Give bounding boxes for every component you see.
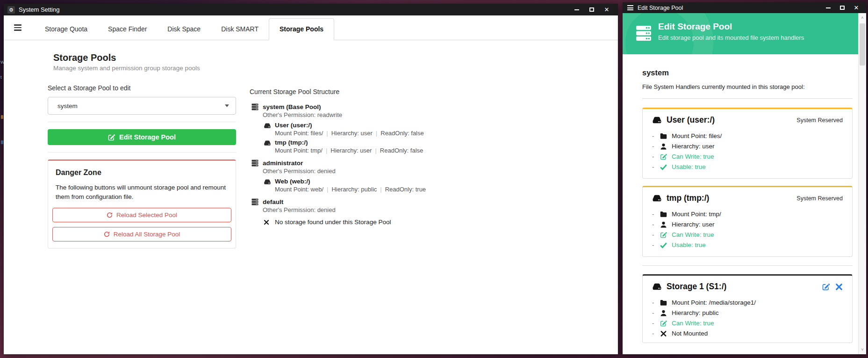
hdd-icon bbox=[652, 194, 662, 202]
pool-permission: Other's Permission: denied bbox=[263, 167, 539, 175]
tab-storage-quota[interactable]: Storage Quota bbox=[35, 19, 98, 40]
pool-name: system bbox=[642, 68, 853, 77]
dialog-title: Edit Storage Pool bbox=[658, 22, 732, 32]
handler-property-row: - Usable: true bbox=[652, 163, 843, 170]
handler-property-row: - Hierarchy: user bbox=[652, 221, 843, 228]
storage-pools-page: Storage Pools Manage system and permissi… bbox=[4, 40, 618, 354]
handler-node: User (user:/) Mount Point: files/|Hierar… bbox=[264, 122, 539, 137]
minimize-button[interactable] bbox=[569, 4, 584, 15]
menu-button[interactable] bbox=[14, 23, 22, 32]
handler-property-row: - Mount Point: tmp/ bbox=[652, 211, 843, 218]
handler-card: Storage 1 (S1:/) - Mount Point: /media/s… bbox=[642, 274, 853, 343]
pool-node: system (Base Pool) Other's Permission: r… bbox=[250, 103, 539, 154]
pool-select-value: system bbox=[57, 102, 225, 110]
folder-icon bbox=[660, 133, 667, 139]
handler-property-text: Mount Point: /media/storage1/ bbox=[672, 299, 756, 306]
maximize-button[interactable] bbox=[584, 4, 599, 15]
hdd-icon bbox=[652, 116, 662, 124]
window-title: System Setting bbox=[19, 6, 59, 13]
close-button[interactable]: ✕ bbox=[599, 4, 614, 15]
select-pool-label: Select a Storage Pool to edit bbox=[48, 84, 236, 92]
folder-icon bbox=[660, 300, 667, 306]
edit-icon bbox=[108, 134, 115, 141]
server-icon bbox=[636, 25, 652, 41]
server-icon bbox=[251, 198, 258, 205]
handler-property-text: Can Write: true bbox=[672, 320, 714, 327]
reload-all-storage-pool-button[interactable]: Reload All Storage Pool bbox=[52, 227, 231, 241]
desktop-icon-fragment bbox=[1, 140, 3, 144]
handler-property-text: Hierarchy: user bbox=[672, 143, 715, 150]
scrollbar[interactable]: ˄ ˅ bbox=[858, 13, 866, 354]
pool-name: default bbox=[263, 198, 283, 206]
handler-property-row: - Can Write: true bbox=[652, 320, 843, 327]
edit-icon bbox=[660, 153, 667, 160]
tab-storage-pools[interactable]: Storage Pools bbox=[269, 18, 334, 40]
dialog-subtitle: Edit storage pool and its mounted file s… bbox=[658, 34, 804, 41]
handler-property-text: Can Write: true bbox=[672, 231, 714, 238]
desktop: Wt ⚙ System Setting ✕ Storage QuotaSpace… bbox=[0, 0, 868, 358]
window-title: Edit Storage Pool bbox=[638, 5, 683, 11]
handlers-description: File System Handlers currently mounted i… bbox=[642, 83, 853, 90]
handler-meta: ReadOnly: false bbox=[380, 147, 423, 154]
scroll-thumb[interactable] bbox=[860, 23, 865, 66]
handler-property-row: - Can Write: true bbox=[652, 153, 843, 160]
pool-name: administrator bbox=[263, 159, 303, 167]
handler-card-title: Storage 1 (S1:/) bbox=[667, 282, 822, 292]
refresh-icon bbox=[107, 212, 113, 218]
cross-icon bbox=[264, 219, 269, 225]
handler-name: Web (web:/) bbox=[275, 178, 310, 185]
hdd-icon bbox=[264, 123, 271, 129]
no-storage-row: No storage found under this Storage Pool bbox=[264, 219, 539, 226]
system-setting-titlebar[interactable]: ⚙ System Setting ✕ bbox=[4, 4, 618, 15]
handler-card-title: User (user:/) bbox=[667, 115, 796, 125]
reload-selected-pool-button[interactable]: Reload Selected Pool bbox=[52, 208, 231, 222]
tab-disk-smart[interactable]: Disk SMART bbox=[211, 19, 269, 40]
handler-property-row: - Mount Point: /media/storage1/ bbox=[652, 299, 843, 306]
hdd-icon bbox=[264, 140, 271, 146]
handler-card: tmp (tmp:/) System Reserved - Mount Poin… bbox=[642, 186, 853, 257]
hdd-icon bbox=[652, 283, 662, 291]
tab-disk-space[interactable]: Disk Space bbox=[157, 19, 211, 40]
refresh-icon bbox=[104, 231, 110, 237]
storage-pool-tree: system (Base Pool) Other's Permission: r… bbox=[250, 103, 539, 226]
handler-property-text: Mount Point: tmp/ bbox=[672, 211, 721, 218]
scroll-down-arrow[interactable]: ˅ bbox=[859, 346, 866, 353]
handler-meta: Mount Point: tmp/ bbox=[275, 147, 323, 154]
scroll-up-arrow[interactable]: ˄ bbox=[859, 14, 866, 22]
desktop-icon-fragment bbox=[1, 115, 3, 119]
system-reserved-badge: System Reserved bbox=[796, 117, 843, 124]
handler-property-row: - Can Write: true bbox=[652, 231, 843, 238]
pool-node: administrator Other's Permission: denied… bbox=[250, 159, 539, 193]
handler-property-text: Can Write: true bbox=[672, 153, 714, 160]
server-icon bbox=[251, 160, 258, 167]
edit-storage-pool-titlebar[interactable]: Edit Storage Pool ✕ bbox=[623, 2, 866, 13]
check-icon bbox=[660, 164, 667, 170]
maximize-button[interactable] bbox=[835, 2, 849, 13]
handler-name: User (user:/) bbox=[275, 122, 312, 129]
close-button[interactable]: ✕ bbox=[849, 2, 863, 13]
handler-property-text: Usable: true bbox=[672, 241, 706, 248]
page-subtitle: Manage system and permission group stora… bbox=[53, 65, 236, 72]
user-icon bbox=[660, 310, 667, 316]
handler-property-row: - Mount Point: files/ bbox=[652, 132, 843, 139]
menu-icon bbox=[627, 4, 633, 12]
edit-storage-pool-button[interactable]: Edit Storage Pool bbox=[48, 129, 236, 145]
remove-handler-icon[interactable] bbox=[835, 283, 843, 291]
tab-space-finder[interactable]: Space Finder bbox=[98, 19, 157, 40]
edit-handler-icon[interactable] bbox=[822, 283, 830, 291]
danger-zone-card: Danger Zone The following buttons will u… bbox=[48, 160, 236, 248]
edit-icon bbox=[660, 320, 667, 327]
pool-select[interactable]: system bbox=[48, 97, 236, 115]
handler-property-row: - Usable: true bbox=[652, 241, 843, 248]
hdd-icon bbox=[264, 179, 271, 185]
handler-property-text: Mount Point: files/ bbox=[672, 132, 722, 139]
minimize-button[interactable] bbox=[821, 2, 835, 13]
page-title: Storage Pools bbox=[53, 52, 236, 63]
handler-node: Web (web:/) Mount Point: web/|Hierarchy:… bbox=[264, 178, 539, 193]
structure-title: Current Storage Pool Structure bbox=[250, 40, 539, 95]
handler-card-title: tmp (tmp:/) bbox=[667, 193, 796, 203]
tab-bar: Storage QuotaSpace FinderDisk SpaceDisk … bbox=[4, 15, 618, 40]
handler-property-text: Not Mounted bbox=[672, 330, 708, 337]
handler-name: tmp (tmp:/) bbox=[275, 139, 308, 146]
handler-card: User (user:/) System Reserved - Mount Po… bbox=[642, 108, 853, 179]
